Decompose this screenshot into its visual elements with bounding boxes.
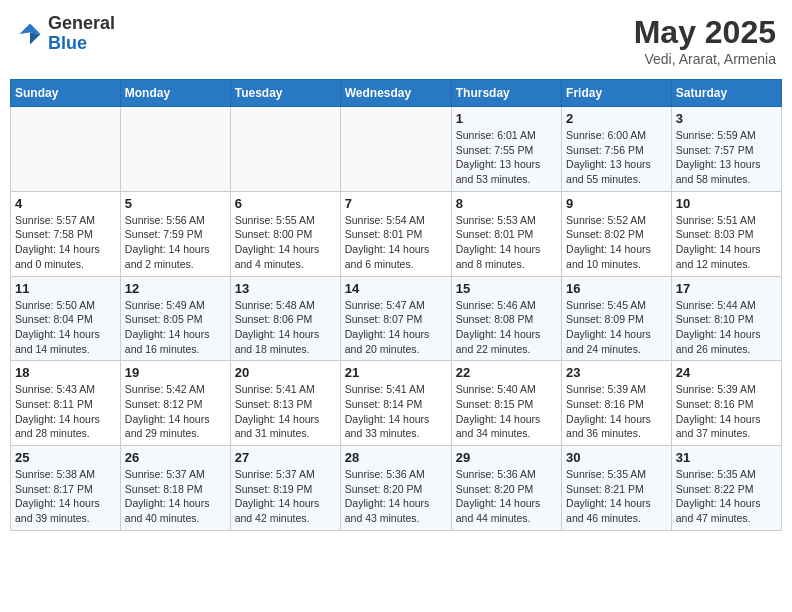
calendar-week-4: 18Sunrise: 5:43 AM Sunset: 8:11 PM Dayli… [11,361,782,446]
weekday-header-saturday: Saturday [671,80,781,107]
day-number: 10 [676,196,777,211]
calendar-cell: 23Sunrise: 5:39 AM Sunset: 8:16 PM Dayli… [562,361,672,446]
page-header: General Blue May 2025 Vedi, Ararat, Arme… [10,10,782,71]
calendar-cell: 20Sunrise: 5:41 AM Sunset: 8:13 PM Dayli… [230,361,340,446]
calendar-cell [120,107,230,192]
logo-text: General Blue [48,14,115,54]
calendar-cell: 12Sunrise: 5:49 AM Sunset: 8:05 PM Dayli… [120,276,230,361]
calendar-cell: 24Sunrise: 5:39 AM Sunset: 8:16 PM Dayli… [671,361,781,446]
day-number: 12 [125,281,226,296]
day-number: 28 [345,450,447,465]
calendar-cell: 28Sunrise: 5:36 AM Sunset: 8:20 PM Dayli… [340,446,451,531]
weekday-header-friday: Friday [562,80,672,107]
svg-marker-2 [30,32,41,44]
day-number: 24 [676,365,777,380]
weekday-header-wednesday: Wednesday [340,80,451,107]
day-number: 30 [566,450,667,465]
day-number: 29 [456,450,557,465]
day-number: 22 [456,365,557,380]
day-number: 21 [345,365,447,380]
calendar-cell: 27Sunrise: 5:37 AM Sunset: 8:19 PM Dayli… [230,446,340,531]
day-info: Sunrise: 5:42 AM Sunset: 8:12 PM Dayligh… [125,382,226,441]
svg-marker-1 [20,23,41,34]
day-info: Sunrise: 5:48 AM Sunset: 8:06 PM Dayligh… [235,298,336,357]
day-number: 27 [235,450,336,465]
day-info: Sunrise: 5:56 AM Sunset: 7:59 PM Dayligh… [125,213,226,272]
day-number: 26 [125,450,226,465]
calendar-cell [230,107,340,192]
calendar-cell: 11Sunrise: 5:50 AM Sunset: 8:04 PM Dayli… [11,276,121,361]
calendar-cell: 26Sunrise: 5:37 AM Sunset: 8:18 PM Dayli… [120,446,230,531]
day-number: 11 [15,281,116,296]
calendar-cell: 9Sunrise: 5:52 AM Sunset: 8:02 PM Daylig… [562,191,672,276]
day-info: Sunrise: 5:52 AM Sunset: 8:02 PM Dayligh… [566,213,667,272]
day-number: 14 [345,281,447,296]
day-number: 9 [566,196,667,211]
day-number: 13 [235,281,336,296]
day-number: 17 [676,281,777,296]
weekday-header-row: SundayMondayTuesdayWednesdayThursdayFrid… [11,80,782,107]
weekday-header-tuesday: Tuesday [230,80,340,107]
calendar-cell: 6Sunrise: 5:55 AM Sunset: 8:00 PM Daylig… [230,191,340,276]
title-block: May 2025 Vedi, Ararat, Armenia [634,14,776,67]
logo-general-text: General [48,14,115,34]
day-info: Sunrise: 5:36 AM Sunset: 8:20 PM Dayligh… [345,467,447,526]
day-number: 18 [15,365,116,380]
day-number: 1 [456,111,557,126]
day-info: Sunrise: 5:37 AM Sunset: 8:19 PM Dayligh… [235,467,336,526]
day-number: 31 [676,450,777,465]
day-info: Sunrise: 5:59 AM Sunset: 7:57 PM Dayligh… [676,128,777,187]
day-number: 8 [456,196,557,211]
day-info: Sunrise: 5:55 AM Sunset: 8:00 PM Dayligh… [235,213,336,272]
weekday-header-sunday: Sunday [11,80,121,107]
calendar-cell: 10Sunrise: 5:51 AM Sunset: 8:03 PM Dayli… [671,191,781,276]
day-info: Sunrise: 5:37 AM Sunset: 8:18 PM Dayligh… [125,467,226,526]
logo-blue-text: Blue [48,34,115,54]
day-info: Sunrise: 5:43 AM Sunset: 8:11 PM Dayligh… [15,382,116,441]
day-info: Sunrise: 5:54 AM Sunset: 8:01 PM Dayligh… [345,213,447,272]
day-info: Sunrise: 5:41 AM Sunset: 8:14 PM Dayligh… [345,382,447,441]
calendar-cell: 18Sunrise: 5:43 AM Sunset: 8:11 PM Dayli… [11,361,121,446]
day-info: Sunrise: 5:39 AM Sunset: 8:16 PM Dayligh… [566,382,667,441]
day-number: 20 [235,365,336,380]
day-info: Sunrise: 5:36 AM Sunset: 8:20 PM Dayligh… [456,467,557,526]
day-info: Sunrise: 5:41 AM Sunset: 8:13 PM Dayligh… [235,382,336,441]
calendar-week-1: 1Sunrise: 6:01 AM Sunset: 7:55 PM Daylig… [11,107,782,192]
calendar-cell: 15Sunrise: 5:46 AM Sunset: 8:08 PM Dayli… [451,276,561,361]
calendar-week-2: 4Sunrise: 5:57 AM Sunset: 7:58 PM Daylig… [11,191,782,276]
day-info: Sunrise: 5:46 AM Sunset: 8:08 PM Dayligh… [456,298,557,357]
day-number: 25 [15,450,116,465]
day-info: Sunrise: 6:00 AM Sunset: 7:56 PM Dayligh… [566,128,667,187]
calendar-cell: 1Sunrise: 6:01 AM Sunset: 7:55 PM Daylig… [451,107,561,192]
calendar-cell: 13Sunrise: 5:48 AM Sunset: 8:06 PM Dayli… [230,276,340,361]
day-info: Sunrise: 5:53 AM Sunset: 8:01 PM Dayligh… [456,213,557,272]
calendar-cell: 3Sunrise: 5:59 AM Sunset: 7:57 PM Daylig… [671,107,781,192]
day-number: 15 [456,281,557,296]
calendar-cell: 31Sunrise: 5:35 AM Sunset: 8:22 PM Dayli… [671,446,781,531]
calendar-cell: 21Sunrise: 5:41 AM Sunset: 8:14 PM Dayli… [340,361,451,446]
day-info: Sunrise: 5:39 AM Sunset: 8:16 PM Dayligh… [676,382,777,441]
day-number: 16 [566,281,667,296]
day-number: 3 [676,111,777,126]
day-info: Sunrise: 5:57 AM Sunset: 7:58 PM Dayligh… [15,213,116,272]
calendar-cell [11,107,121,192]
day-info: Sunrise: 5:49 AM Sunset: 8:05 PM Dayligh… [125,298,226,357]
calendar-cell: 17Sunrise: 5:44 AM Sunset: 8:10 PM Dayli… [671,276,781,361]
month-title: May 2025 [634,14,776,51]
day-info: Sunrise: 5:44 AM Sunset: 8:10 PM Dayligh… [676,298,777,357]
calendar-table: SundayMondayTuesdayWednesdayThursdayFrid… [10,79,782,531]
day-number: 4 [15,196,116,211]
logo-icon [16,20,44,48]
weekday-header-thursday: Thursday [451,80,561,107]
calendar-cell: 4Sunrise: 5:57 AM Sunset: 7:58 PM Daylig… [11,191,121,276]
location-text: Vedi, Ararat, Armenia [634,51,776,67]
calendar-cell [340,107,451,192]
calendar-week-3: 11Sunrise: 5:50 AM Sunset: 8:04 PM Dayli… [11,276,782,361]
calendar-cell: 22Sunrise: 5:40 AM Sunset: 8:15 PM Dayli… [451,361,561,446]
day-number: 5 [125,196,226,211]
logo: General Blue [16,14,115,54]
day-info: Sunrise: 5:35 AM Sunset: 8:22 PM Dayligh… [676,467,777,526]
calendar-cell: 7Sunrise: 5:54 AM Sunset: 8:01 PM Daylig… [340,191,451,276]
calendar-cell: 19Sunrise: 5:42 AM Sunset: 8:12 PM Dayli… [120,361,230,446]
day-info: Sunrise: 5:50 AM Sunset: 8:04 PM Dayligh… [15,298,116,357]
